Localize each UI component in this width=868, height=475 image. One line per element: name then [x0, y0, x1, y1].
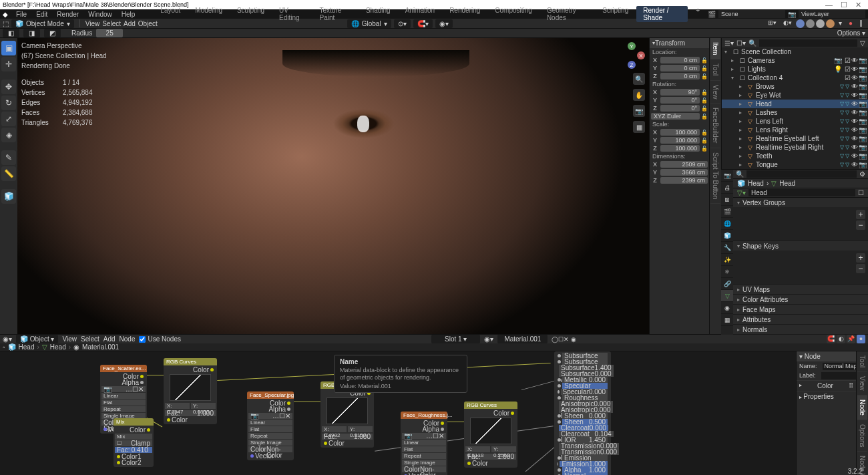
options-dropdown[interactable]: Options ▾ — [837, 29, 865, 37]
ptab-object[interactable]: 🧊 — [721, 230, 733, 242]
ptab-viewlayer[interactable]: 🗎 — [721, 194, 733, 206]
ptab-output[interactable]: 🖨 — [721, 182, 733, 194]
outliner-item[interactable]: ▸▽Lens Right▽ ▽👁📷 — [722, 126, 868, 134]
workspace-tab[interactable]: Layout — [154, 6, 187, 22]
node-color-section[interactable]: Color — [817, 382, 833, 389]
node-image-texture-2[interactable]: Face_Specular.jpg Color Alpha 📷…☐✕ Linea… — [247, 391, 294, 460]
radius-field[interactable]: 25 — [96, 29, 123, 37]
pan-icon[interactable]: ✋ — [633, 89, 645, 101]
editor-type-icon[interactable]: ⬚ — [3, 20, 9, 27]
close-icon[interactable]: ✕ — [855, 1, 861, 9]
zoom-icon[interactable]: 🔍 — [633, 73, 645, 85]
outliner-item[interactable]: ▸▽Lashes▽ ▽👁📷 — [722, 108, 868, 117]
node-node[interactable]: Node — [120, 335, 136, 343]
loc-x[interactable]: 0 cm — [660, 57, 700, 63]
outliner-item[interactable]: ▸▽Head▽ ▽👁📷 — [722, 100, 868, 108]
outliner-editor-icon[interactable]: ☰▾ — [724, 39, 734, 47]
hdr-select[interactable]: Select — [102, 20, 121, 27]
hdr-add[interactable]: Add — [124, 20, 136, 27]
backdrop-icon[interactable]: ● — [857, 335, 865, 343]
tool-select[interactable]: ▣ — [1, 41, 16, 55]
nav-gizmo[interactable]: Y X Z 🔍 ✋ 📷 ▦ — [618, 42, 645, 133]
tool-scale[interactable]: ⤢ — [1, 112, 16, 126]
node-rgb-curves-1[interactable]: RGB Curves Color X: 0.7547Y: 0.0833 Fac:… — [164, 358, 217, 424]
nvtab-view[interactable]: View — [857, 372, 867, 395]
tool-move[interactable]: ✥ — [1, 80, 16, 94]
pin-icon[interactable]: 📌 — [847, 335, 855, 343]
menu-edit[interactable]: Edit — [32, 11, 51, 18]
section-shape-keys[interactable]: Shape Keys — [733, 241, 868, 251]
snap-dropdown[interactable]: 🧲▾ — [413, 19, 433, 28]
remove-vgroup[interactable]: − — [856, 220, 865, 230]
vtab-view[interactable]: View — [710, 81, 720, 104]
minimize-icon[interactable]: — — [825, 1, 833, 9]
outliner-search[interactable] — [759, 39, 857, 47]
nvtab-tool[interactable]: Tool — [857, 351, 867, 372]
proportional-dropdown[interactable]: ◉▾ — [435, 19, 453, 28]
outliner-root[interactable]: ▾☐Scene Collection — [722, 47, 868, 56]
vtab-tool[interactable]: Tool — [710, 59, 720, 80]
overlay-icon[interactable]: ◐ — [837, 335, 845, 343]
workspace-tab[interactable]: Sculpting — [230, 6, 271, 22]
persp-icon[interactable]: ▦ — [633, 121, 645, 133]
toolopt2[interactable]: ◨ — [23, 29, 40, 37]
dim-z[interactable]: 2399 cm — [660, 177, 708, 184]
shading-rendered[interactable] — [826, 19, 835, 28]
workspace-tab[interactable]: UV Editing — [272, 6, 311, 22]
hdr-view[interactable]: View — [85, 20, 100, 27]
nvtab-options[interactable]: Options — [857, 420, 867, 452]
tool-annotate[interactable]: ✎ — [1, 150, 16, 165]
toolopt3[interactable]: ◩ — [44, 29, 61, 37]
ptab-texture[interactable]: ▦ — [721, 314, 733, 326]
section-facemaps[interactable]: Face Maps — [733, 305, 868, 314]
remove-shapekey[interactable]: − — [856, 264, 865, 273]
ptab-physics[interactable]: ⚛ — [721, 266, 733, 278]
outliner-cameras[interactable]: ▸☐Cameras📷☑👁📷 — [722, 56, 868, 65]
workspace-tab[interactable]: + — [689, 6, 706, 22]
xray-toggle[interactable]: ● — [846, 19, 855, 28]
ptab-render[interactable]: 📷 — [721, 170, 733, 182]
vtab-item[interactable]: Item — [710, 38, 720, 59]
node-type-dropdown[interactable]: 🧊 Object ▾ — [16, 335, 58, 343]
gizmo-toggle[interactable]: ⊞▾ — [765, 19, 779, 28]
tool-rotate[interactable]: ↻ — [1, 96, 16, 110]
workspace-tab[interactable]: Compositing — [488, 6, 539, 22]
mesh-name-input[interactable] — [748, 189, 855, 196]
shading-dropdown[interactable]: ▾ — [836, 19, 845, 28]
tool-cursor[interactable]: ✛ — [1, 57, 16, 71]
rotmode[interactable]: XYZ Euler — [651, 113, 700, 120]
add-shapekey[interactable]: + — [856, 253, 865, 263]
node-view[interactable]: View — [62, 335, 77, 343]
menu-help[interactable]: Help — [118, 11, 140, 18]
outliner-item[interactable]: ▸▽Tongue▽ ▽👁📷 — [722, 160, 868, 169]
shading-matprev[interactable] — [816, 19, 825, 28]
workspace-tab[interactable]: Render / Shade — [636, 6, 688, 22]
scl-x[interactable]: 100.000 — [660, 129, 700, 136]
camera-icon[interactable]: 📷 — [633, 105, 645, 117]
section-uvmaps[interactable]: UV Maps — [733, 285, 868, 294]
ptab-scene[interactable]: 🎬 — [721, 206, 733, 218]
use-nodes-checkbox[interactable]: Use Nodes — [139, 335, 180, 343]
outliner-item[interactable]: ▸▽Realtime Eyeball Left▽ ▽👁📷 — [722, 134, 868, 143]
node-editor-icon[interactable]: ◉▾ — [3, 335, 12, 343]
node-add[interactable]: Add — [103, 335, 116, 343]
workspace-tab[interactable]: Geometry Nodes — [540, 6, 594, 22]
outliner-item[interactable]: ▸▽Teeth▽ ▽👁📷 — [722, 152, 868, 160]
scl-y[interactable]: 100.000 — [660, 137, 700, 144]
outliner-collection[interactable]: ▾☐Collection 4☑👁📷 — [722, 73, 868, 82]
ptab-world[interactable]: 🌐 — [721, 218, 733, 230]
node-graph[interactable]: Name Material data-block to define the a… — [0, 351, 796, 475]
ptab-modifier[interactable]: 🔧 — [721, 242, 733, 254]
node-image-texture-3[interactable]: Face_Roughness.j... Color Alpha 📷…☐✕ Lin… — [401, 412, 447, 475]
loc-z[interactable]: 0 cm — [660, 73, 700, 80]
outliner-lights[interactable]: ▸☐Lights💡☑👁📷 — [722, 65, 868, 73]
outliner-item[interactable]: ▸▽Eye Wet▽ ▽👁📷 — [722, 91, 868, 100]
node-rgb-curves-3[interactable]: RGB Curves Color X: 0.5118Y: 0.2563 Fac:… — [464, 402, 517, 468]
slot-dropdown[interactable]: Slot 1 ▾ — [431, 335, 480, 343]
menu-window[interactable]: Window — [84, 11, 116, 18]
tool-measure[interactable]: 📏 — [1, 166, 16, 181]
scene-name-input[interactable] — [718, 10, 785, 18]
scl-z[interactable]: 100.000 — [660, 145, 700, 152]
toolopt1[interactable]: ◧ — [3, 29, 19, 37]
workspace-tab[interactable]: Scripting — [596, 6, 635, 22]
